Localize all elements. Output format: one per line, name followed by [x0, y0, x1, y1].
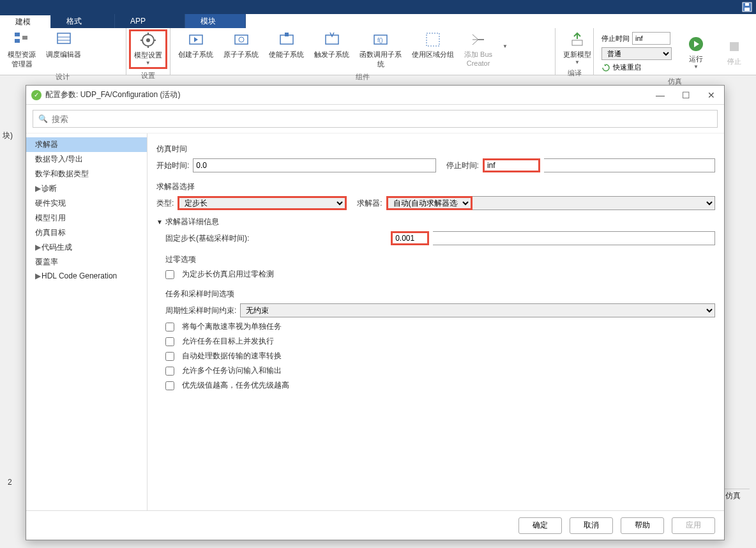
- svg-point-10: [146, 38, 150, 42]
- auto-rate-conv-checkbox[interactable]: [165, 352, 174, 361]
- create-subsystem-button[interactable]: 创建子系统: [173, 29, 218, 61]
- priority-checkbox[interactable]: [165, 381, 174, 390]
- tree-math-types[interactable]: 数学和数据类型: [26, 167, 147, 181]
- stop-time-input[interactable]: [483, 158, 540, 172]
- model-resource-manager-button[interactable]: 模型资源 管理器: [3, 29, 41, 70]
- label: 使用区域分组: [412, 50, 454, 59]
- multi-task-io-checkbox[interactable]: [165, 367, 174, 376]
- label: 添加 Bus: [464, 50, 492, 59]
- region-group-button[interactable]: 使用区域分组: [407, 29, 459, 61]
- label: 触发子系统: [314, 50, 349, 59]
- schedule-editor-button[interactable]: 调度编辑器: [41, 29, 86, 61]
- start-time-input[interactable]: [193, 158, 435, 172]
- svg-rect-6: [57, 33, 70, 43]
- fixed-step-input[interactable]: [433, 231, 715, 245]
- svg-rect-28: [572, 40, 582, 45]
- label: 模型设置: [134, 50, 162, 60]
- update-model-button[interactable]: 更新模型▼: [558, 29, 596, 66]
- stop-time-input[interactable]: [632, 32, 670, 45]
- help-button[interactable]: 帮助: [621, 517, 664, 534]
- label: Creator: [467, 59, 490, 67]
- svg-rect-16: [235, 35, 248, 44]
- concurrent-exec-checkbox[interactable]: [165, 337, 174, 346]
- tab-modules[interactable]: 模块: [185, 14, 246, 28]
- search-row: 🔍: [26, 105, 724, 133]
- svg-rect-19: [285, 33, 289, 36]
- tree-diagnostics[interactable]: ▶诊断: [26, 181, 147, 196]
- region-icon: [424, 31, 442, 49]
- tree-hdl[interactable]: ▶HDL Code Generation: [26, 270, 147, 282]
- tab-format[interactable]: 格式: [51, 14, 115, 28]
- fixed-step-input-hl[interactable]: [391, 231, 429, 245]
- label: 运行: [689, 54, 703, 64]
- stop-time-label: 停止时间: [601, 34, 630, 43]
- tree-sim-target[interactable]: 仿真目标: [26, 225, 147, 240]
- tree-code-gen[interactable]: ▶代码生成: [26, 240, 147, 255]
- group-label-compile: 编译: [558, 66, 591, 79]
- ok-button[interactable]: 确定: [518, 517, 562, 534]
- func-icon: f(): [372, 31, 389, 49]
- fast-restart-icon[interactable]: [601, 63, 610, 72]
- solver-select[interactable]: [472, 196, 715, 210]
- label: 原子子系统: [223, 50, 259, 59]
- run-button[interactable]: 运行▼: [677, 34, 715, 71]
- solver-select-hl[interactable]: 自动(自动求解器选择): [386, 196, 472, 210]
- tree-solver[interactable]: 求解器: [26, 137, 147, 152]
- fast-restart-label[interactable]: 快速重启: [613, 63, 641, 72]
- stop-button[interactable]: 停止: [715, 36, 753, 68]
- tree-model-ref[interactable]: 模型引用: [26, 211, 147, 225]
- stop-icon: [725, 38, 743, 56]
- task-sample-title: 任务和采样时间选项: [165, 289, 715, 300]
- trigger-subsystem-button[interactable]: 触发子系统: [309, 29, 354, 61]
- tab-app[interactable]: APP: [115, 14, 185, 28]
- svg-point-17: [239, 37, 244, 42]
- minimize-button[interactable]: —: [653, 90, 668, 100]
- zero-cross-title: 过零选项: [165, 254, 715, 265]
- search-box[interactable]: 🔍: [33, 110, 718, 128]
- start-time-label: 开始时间:: [156, 160, 189, 171]
- solver-type-select[interactable]: 定步长: [178, 196, 347, 210]
- components-dropdown[interactable]: ▼: [497, 29, 513, 50]
- subsystem-icon: [187, 31, 205, 49]
- periodic-select[interactable]: 无约束: [240, 303, 715, 317]
- solver-label: 求解器:: [357, 198, 382, 209]
- trigger-icon: [323, 31, 341, 49]
- config-tree: 求解器 数据导入/导出 数学和数据类型 ▶诊断 硬件实现 模型引用 仿真目标 ▶…: [26, 133, 147, 510]
- zero-cross-checkbox[interactable]: [165, 270, 174, 279]
- zero-cross-label: 为定步长仿真启用过零检测: [182, 269, 274, 280]
- model-settings-button[interactable]: 模型设置 ▼: [129, 29, 167, 69]
- ribbon: 建模 格式 APP 模块 模型资源 管理器 调度编辑器 设计 模型设置 ▼ 设置: [0, 14, 756, 75]
- atomic-icon: [232, 31, 250, 49]
- solver-details-toggle[interactable]: ▼ 求解器详细信息: [156, 217, 715, 227]
- cb1-label: 将每个离散速率视为单独任务: [182, 321, 282, 332]
- sim-time-title: 仿真时间: [156, 144, 715, 155]
- enable-icon: [278, 31, 296, 49]
- atomic-subsystem-button[interactable]: 原子子系统: [218, 29, 264, 61]
- svg-line-24: [472, 34, 478, 40]
- cancel-button[interactable]: 取消: [570, 517, 613, 534]
- tab-modeling[interactable]: 建模: [0, 14, 51, 28]
- stop-time-label: 停止时间:: [446, 160, 479, 171]
- close-button[interactable]: ✕: [704, 90, 719, 100]
- discrete-rate-checkbox[interactable]: [165, 323, 174, 331]
- tree-hw-impl[interactable]: 硬件实现: [26, 196, 147, 211]
- add-bus-creator-button[interactable]: 添加 BusCreator: [459, 29, 497, 68]
- enable-subsystem-button[interactable]: 使能子系统: [264, 29, 309, 61]
- group-label-components: 组件: [173, 70, 552, 83]
- stop-time-input-ext[interactable]: [544, 158, 715, 172]
- side-panel-label: 块): [0, 128, 15, 144]
- tree-data-io[interactable]: 数据导入/导出: [26, 152, 147, 167]
- sim-mode-select[interactable]: 普通: [601, 47, 672, 60]
- type-label: 类型:: [156, 198, 174, 209]
- save-icon[interactable]: [741, 1, 753, 13]
- cb4-label: 允许多个任务访问输入和输出: [182, 365, 282, 376]
- svg-rect-30: [730, 42, 739, 51]
- search-input[interactable]: [52, 114, 712, 124]
- maximize-button[interactable]: ☐: [678, 90, 693, 100]
- apply-button[interactable]: 应用: [672, 517, 715, 534]
- func-call-subsystem-button[interactable]: f()函数调用子系统: [354, 29, 407, 70]
- tree-coverage[interactable]: 覆盖率: [26, 255, 147, 270]
- fixed-step-label: 固定步长(基础采样时间):: [165, 233, 264, 244]
- sim-controls: 停止时间 普通 快速重启: [596, 29, 677, 75]
- label: 更新模型: [563, 50, 591, 59]
